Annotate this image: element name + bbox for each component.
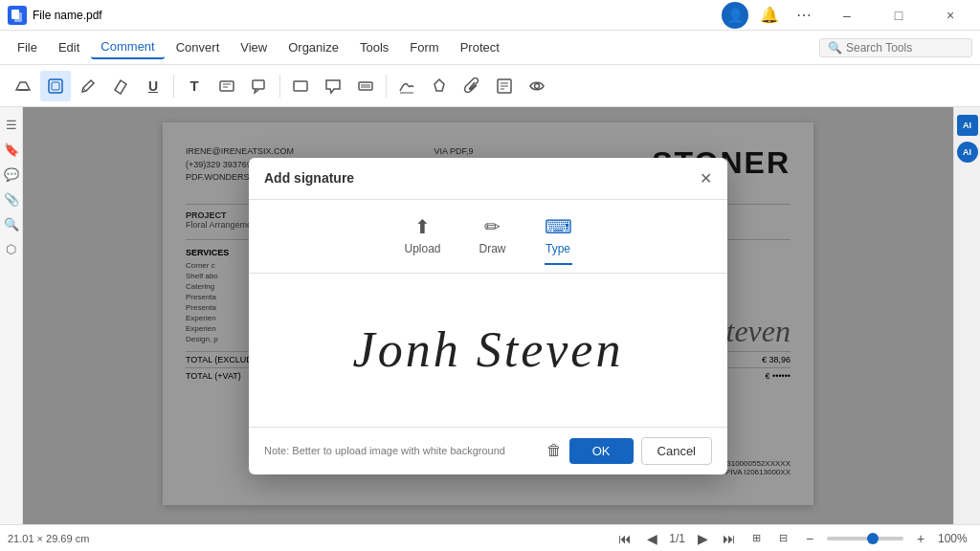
modal-note: Note: Better to upload image with white …: [264, 445, 546, 456]
modal-title: Add signature: [264, 170, 354, 186]
page-dimensions: 21.01 × 29.69 cm: [8, 533, 89, 544]
app-icon: [8, 6, 27, 25]
ai-tools-button[interactable]: AI: [957, 115, 978, 136]
file-title: File name.pdf: [33, 9, 102, 22]
panel-comments[interactable]: 💬: [2, 165, 21, 184]
tab-draw[interactable]: ✏ Draw: [479, 215, 506, 265]
menu-form[interactable]: Form: [400, 36, 448, 58]
menu-tools[interactable]: Tools: [350, 36, 398, 58]
modal-footer: Note: Better to upload image with white …: [249, 427, 727, 474]
tool-text[interactable]: T: [179, 71, 210, 101]
user-avatar[interactable]: 👤: [722, 2, 748, 29]
tool-rect[interactable]: [285, 71, 316, 101]
draw-icon: ✏: [484, 215, 501, 238]
sep1: [173, 75, 174, 98]
tool-highlighter[interactable]: [8, 71, 38, 101]
upload-icon: ⬆: [414, 215, 431, 238]
tool-sign[interactable]: [391, 71, 422, 101]
svg-rect-6: [220, 81, 234, 91]
zoom-in-button[interactable]: +: [911, 529, 930, 548]
ok-button[interactable]: OK: [569, 438, 634, 464]
fit-width-button[interactable]: ⊟: [773, 529, 792, 548]
right-panel: AI AI: [953, 107, 980, 524]
svg-rect-4: [52, 82, 59, 90]
panel-pages[interactable]: ☰: [2, 115, 21, 134]
tab-upload[interactable]: ⬆ Upload: [404, 215, 440, 265]
svg-line-5: [83, 88, 86, 91]
modal-tabs: ⬆ Upload ✏ Draw ⌨ Type: [249, 200, 727, 274]
search-tools-box[interactable]: 🔍: [819, 38, 972, 57]
menu-convert[interactable]: Convert: [167, 36, 230, 58]
last-page-button[interactable]: ⏭: [720, 529, 739, 548]
tool-draw[interactable]: [424, 71, 455, 101]
window-controls: 👤 🔔 ⋯ – □ ×: [722, 0, 972, 31]
menu-edit[interactable]: Edit: [49, 36, 89, 58]
tab-type[interactable]: ⌨ Type: [545, 215, 572, 265]
notifications-button[interactable]: 🔔: [756, 2, 783, 29]
tab-draw-label: Draw: [479, 242, 506, 255]
tool-pencil[interactable]: [73, 71, 103, 101]
toolbar: U T: [0, 65, 980, 107]
tool-textbox[interactable]: [212, 71, 242, 101]
zoom-slider[interactable]: [827, 537, 903, 540]
page-number: 1/1: [669, 532, 685, 545]
signature-preview: Jonh Steven: [353, 321, 624, 378]
search-icon: 🔍: [828, 41, 842, 55]
first-page-button[interactable]: ⏮: [615, 529, 635, 548]
tab-type-label: Type: [546, 242, 570, 255]
pdf-viewer: IRENE@IRENEATSIX.COM (+39)329 3937691 PD…: [23, 107, 953, 524]
tool-underline[interactable]: U: [138, 71, 168, 101]
titlebar-left: File name.pdf: [8, 6, 102, 25]
next-page-button[interactable]: ▶: [693, 529, 712, 548]
tool-attach[interactable]: [457, 71, 487, 101]
menu-protect[interactable]: Protect: [451, 36, 509, 58]
sep2: [279, 75, 280, 98]
tool-comment[interactable]: [318, 71, 348, 101]
panel-layers[interactable]: ⬡: [2, 239, 21, 258]
modal-actions: 🗑 OK Cancel: [546, 437, 712, 465]
search-tools-input[interactable]: [846, 41, 964, 55]
modal-close-button[interactable]: ✕: [700, 169, 712, 187]
sep3: [386, 75, 387, 98]
minimize-button[interactable]: –: [825, 0, 869, 31]
zoom-slider-container[interactable]: [827, 537, 903, 540]
panel-attachments[interactable]: 📎: [2, 189, 21, 209]
svg-point-20: [535, 83, 540, 88]
tool-eye[interactable]: [522, 71, 552, 101]
panel-bookmarks[interactable]: 🔖: [2, 140, 21, 159]
tool-eraser[interactable]: [105, 71, 136, 101]
modal-header: Add signature ✕: [249, 158, 727, 200]
ai-secondary-button[interactable]: AI: [957, 142, 978, 163]
svg-rect-11: [359, 82, 372, 90]
modal-content: Jonh Steven: [249, 274, 727, 427]
tab-upload-label: Upload: [404, 242, 440, 255]
cancel-button[interactable]: Cancel: [641, 437, 712, 465]
panel-search[interactable]: 🔍: [2, 214, 21, 233]
menubar: File Edit Comment Convert View Organize …: [0, 31, 980, 65]
prev-page-button[interactable]: ◀: [642, 529, 661, 548]
tool-select[interactable]: [40, 71, 71, 101]
svg-rect-10: [294, 81, 307, 91]
menu-organize[interactable]: Organize: [278, 36, 348, 58]
more-options-button[interactable]: ⋯: [791, 2, 817, 29]
left-panel: ☰ 🔖 💬 📎 🔍 ⬡: [0, 107, 23, 524]
add-signature-modal: Add signature ✕ ⬆ Upload ✏ Draw ⌨ T: [249, 158, 727, 474]
svg-rect-1: [14, 12, 22, 22]
fit-page-button[interactable]: ⊞: [746, 529, 766, 548]
zoom-out-button[interactable]: −: [800, 529, 819, 548]
zoom-thumb: [867, 533, 879, 544]
tool-stamp[interactable]: [350, 71, 381, 101]
menu-view[interactable]: View: [231, 36, 277, 58]
titlebar: File name.pdf 👤 🔔 ⋯ – □ ×: [0, 0, 980, 31]
tool-callout[interactable]: [244, 71, 275, 101]
tool-sticky[interactable]: [489, 71, 520, 101]
modal-overlay: Add signature ✕ ⬆ Upload ✏ Draw ⌨ T: [23, 107, 953, 524]
maximize-button[interactable]: □: [877, 0, 921, 31]
delete-signature-button[interactable]: 🗑: [546, 442, 562, 459]
main-area: ☰ 🔖 💬 📎 🔍 ⬡ IRENE@IRENEATSIX.COM (+39)32…: [0, 107, 980, 524]
close-button[interactable]: ×: [928, 0, 972, 31]
menu-comment[interactable]: Comment: [91, 35, 164, 59]
svg-rect-9: [253, 80, 264, 89]
menu-file[interactable]: File: [8, 36, 47, 58]
svg-rect-3: [49, 79, 62, 93]
